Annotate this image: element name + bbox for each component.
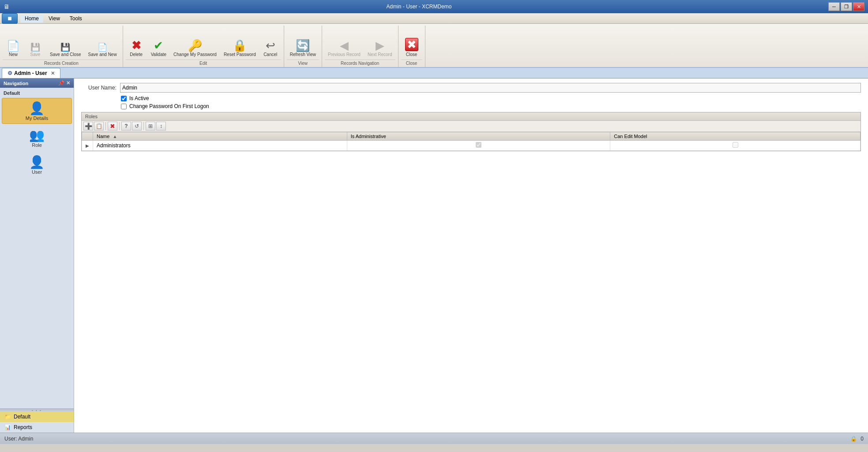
change-password-on-logon-label: Change Password On First Logon [129,103,209,109]
roles-delete-btn[interactable]: ✖ [108,122,117,131]
menu-view[interactable]: View [44,15,64,22]
save-close-icon: 💾 [60,43,70,51]
menu-tools[interactable]: Tools [65,15,86,22]
cancel-icon: ↩ [266,40,275,51]
ribbon-buttons-records: 📄 New 💾 Save 💾 Save and Close 📄 Save and… [3,26,120,59]
nav-section-title: Default [0,88,74,97]
nav-item-my-details[interactable]: 👤 My Details [2,98,72,124]
roles-table-header: Name ▲ Is Administrative Can Edit Model [82,132,860,141]
reset-password-button[interactable]: 🔒 Reset Password [221,38,259,59]
minimize-btn[interactable]: ─ [828,2,840,11]
save-icon: 💾 [30,43,40,51]
tab-close-btn[interactable]: ✕ [51,71,55,76]
roles-edit-btn[interactable]: 📋 [94,122,104,131]
delete-label: Delete [130,52,143,57]
nav-bottom-default[interactable]: 📁 Default [0,411,74,422]
change-password-checkbox[interactable] [121,104,127,109]
prev-record-icon: ◀ [340,40,349,51]
new-icon: 📄 [7,41,20,51]
edit-group-label: Edit [126,60,281,67]
app-icon: 🖥 [4,3,10,10]
ribbon: 📄 New 💾 Save 💾 Save and Close 📄 Save and… [0,24,868,68]
username-input[interactable] [120,83,861,93]
cancel-button[interactable]: ↩ Cancel [260,38,281,59]
role-icon: 👥 [29,128,45,142]
change-password-row: Change Password On First Logon [121,103,861,109]
refresh-icon: 🔄 [296,40,310,51]
app-button[interactable]: ■ [2,13,18,24]
reset-password-icon: 🔒 [233,40,247,51]
roles-add-btn[interactable]: ➕ [83,122,93,131]
menu-bar: ■ Home View Tools [0,13,868,24]
form-area: User Name: Is Active Change Password On … [74,78,868,433]
change-password-button[interactable]: 🔑 Change My Password [170,38,220,59]
ribbon-buttons-nav: ◀ Previous Record ▶ Next Record [325,26,395,59]
save-new-label: Save and New [88,52,117,57]
save-new-button[interactable]: 📄 Save and New [85,41,120,59]
tab-icon: ⚙ [8,70,12,76]
nav-bottom-reports[interactable]: 📊 Reports [0,422,74,433]
save-close-button[interactable]: 💾 Save and Close [47,41,84,59]
nav-item-role[interactable]: 👥 Role [2,125,72,151]
change-password-icon: 🔑 [188,40,202,51]
my-details-icon: 👤 [29,101,45,116]
is-admin-checkbox [476,142,481,148]
roles-section: Roles ➕ 📋 ✖ ? ↺ ⊞ ↕ [81,112,861,151]
validate-button[interactable]: ✔ Validate [148,38,169,59]
main-layout: Navigation 📌 ✕ Default 👤 My Details 👥 Ro… [0,78,868,433]
username-label: User Name: [81,85,116,91]
expand-col-header [82,132,93,141]
save-new-icon: 📄 [98,43,107,51]
my-details-label: My Details [26,116,48,121]
close-icon: ✖ [405,38,418,51]
menu-home[interactable]: Home [20,15,43,22]
prev-record-label: Previous Record [328,52,361,57]
nav-close-btn[interactable]: ✕ [66,80,70,86]
ribbon-group-navigation: ◀ Previous Record ▶ Next Record Records … [322,26,398,67]
new-button[interactable]: 📄 New [3,39,24,59]
prev-record-button[interactable]: ◀ Previous Record [325,38,364,59]
delete-icon: ✖ [132,40,141,51]
delete-button[interactable]: ✖ Delete [126,38,147,59]
nav-title: Navigation [4,81,28,86]
refresh-button[interactable]: 🔄 Refresh View [287,38,319,59]
roles-header: Roles [82,112,860,121]
roles-columns-btn[interactable]: ⊞ [146,122,155,131]
tab-admin-user[interactable]: ⚙ Admin - User ✕ [2,68,60,78]
roles-toolbar-sep2 [119,122,120,130]
default-label: Default [14,414,30,420]
nav-pin-btn[interactable]: 📌 [58,80,64,86]
reports-icon: 📊 [4,424,11,430]
close-label: Close [406,52,417,57]
navigation-panel: Navigation 📌 ✕ Default 👤 My Details 👥 Ro… [0,78,74,433]
save-close-label: Save and Close [50,52,81,57]
restore-btn[interactable]: ❐ [841,2,852,11]
next-record-button[interactable]: ▶ Next Record [364,38,395,59]
next-record-icon: ▶ [376,40,384,51]
name-col-header[interactable]: Name ▲ [93,132,347,141]
save-button[interactable]: 💾 Save [25,41,46,59]
roles-refresh-btn[interactable]: ↺ [132,122,142,131]
expand-icon[interactable]: ▶ [86,143,89,148]
nav-bottom: • • • 📁 Default 📊 Reports [0,408,74,433]
username-row: User Name: [81,83,861,93]
user-label: User [32,169,42,175]
ribbon-buttons-view: 🔄 Refresh View [287,26,319,59]
nav-item-user[interactable]: 👤 User [2,152,72,178]
is-active-row: Is Active [121,95,861,101]
roles-help-btn[interactable]: ? [121,122,131,131]
row-expand-cell[interactable]: ▶ [82,141,93,151]
user-icon: 👤 [29,155,45,169]
is-active-label: Is Active [129,95,149,101]
roles-header-row: Name ▲ Is Administrative Can Edit Model [82,132,860,141]
records-creation-label: Records Creation [3,60,120,67]
row-is-admin-cell [347,141,610,151]
default-folder-icon: 📁 [4,414,11,420]
roles-section-label: Roles [85,114,98,119]
can-edit-col-header: Can Edit Model [610,132,860,141]
close-button[interactable]: ✖ Close [401,36,422,59]
ribbon-group-close: ✖ Close Close [398,26,425,67]
is-active-checkbox[interactable] [121,96,127,101]
window-close-btn[interactable]: ✕ [853,2,864,11]
roles-sort-btn[interactable]: ↕ [156,122,166,131]
